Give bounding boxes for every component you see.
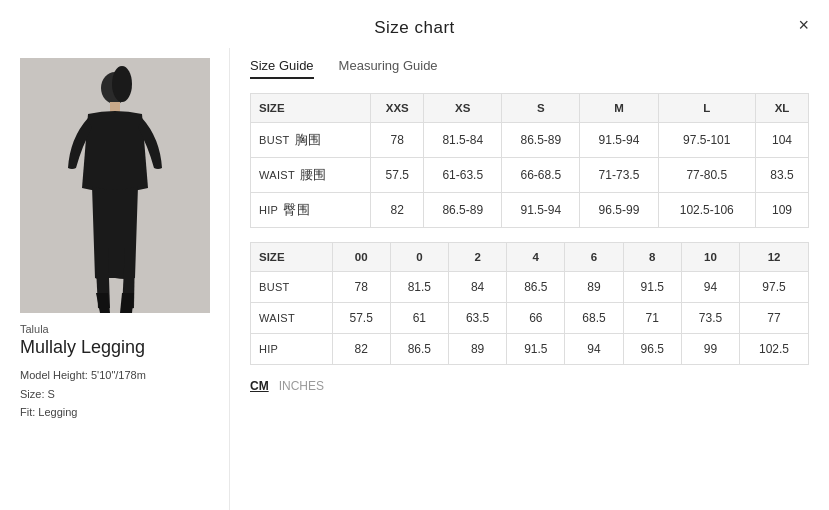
cell: 81.5-84 [424, 123, 502, 158]
cell: 97.5-101 [658, 123, 756, 158]
cell: 86.5-89 [502, 123, 580, 158]
col-2: 2 [448, 243, 506, 272]
cell: 91.5 [507, 334, 565, 365]
col-0: 0 [390, 243, 448, 272]
cell: 97.5 [740, 272, 809, 303]
cell: 91.5-94 [502, 193, 580, 228]
cell: 91.5-94 [580, 123, 658, 158]
svg-point-2 [112, 66, 132, 102]
cell: 102.5 [740, 334, 809, 365]
table-row: HIP 臀围 82 86.5-89 91.5-94 96.5-99 102.5-… [251, 193, 809, 228]
cell: 102.5-106 [658, 193, 756, 228]
col-12: 12 [740, 243, 809, 272]
table-row: WAIST 腰围 57.5 61-63.5 66-68.5 71-73.5 77… [251, 158, 809, 193]
modal-title: Size chart [374, 18, 455, 37]
col-m: M [580, 94, 658, 123]
cell: 81.5 [390, 272, 448, 303]
col-l: L [658, 94, 756, 123]
table-row: BUST 78 81.5 84 86.5 89 91.5 94 97.5 [251, 272, 809, 303]
cell: 109 [756, 193, 809, 228]
table-row: BUST 胸围 78 81.5-84 86.5-89 91.5-94 97.5-… [251, 123, 809, 158]
tab-size-guide[interactable]: Size Guide [250, 58, 314, 79]
cell: 96.5-99 [580, 193, 658, 228]
cell: 57.5 [332, 303, 390, 334]
cell: 71-73.5 [580, 158, 658, 193]
cell: 84 [448, 272, 506, 303]
cell: 78 [332, 272, 390, 303]
right-panel: Size Guide Measuring Guide SIZE XXS XS S… [230, 48, 829, 510]
row-label: HIP [251, 334, 333, 365]
close-button[interactable]: × [798, 16, 809, 34]
col-s: S [502, 94, 580, 123]
cell: 68.5 [565, 303, 623, 334]
cell: 71 [623, 303, 681, 334]
cell: 82 [371, 193, 424, 228]
cell: 77-80.5 [658, 158, 756, 193]
cell: 73.5 [681, 303, 739, 334]
cell: 63.5 [448, 303, 506, 334]
col-00: 00 [332, 243, 390, 272]
cell: 77 [740, 303, 809, 334]
product-brand: Talula [20, 323, 214, 335]
unit-toggle: CM INCHES [250, 379, 809, 393]
row-label: WAIST [251, 303, 333, 334]
cell: 91.5 [623, 272, 681, 303]
col-6: 6 [565, 243, 623, 272]
cell: 57.5 [371, 158, 424, 193]
row-label: BUST 胸围 [251, 123, 371, 158]
col-10: 10 [681, 243, 739, 272]
product-name: Mullaly Legging [20, 337, 214, 358]
cell: 86.5 [507, 272, 565, 303]
col-size: SIZE [251, 94, 371, 123]
product-fit: Fit: Legging [20, 403, 214, 422]
col-xs: XS [424, 94, 502, 123]
inches-button[interactable]: INCHES [279, 379, 324, 393]
cell: 61-63.5 [424, 158, 502, 193]
cell: 86.5 [390, 334, 448, 365]
size-chart-modal: Size chart × [0, 0, 829, 510]
table-row: WAIST 57.5 61 63.5 66 68.5 71 73.5 77 [251, 303, 809, 334]
modal-body: Talula Mullaly Legging Model Height: 5'1… [0, 48, 829, 510]
product-image [20, 58, 210, 313]
cell: 96.5 [623, 334, 681, 365]
product-details: Model Height: 5'10"/178m Size: S Fit: Le… [20, 366, 214, 422]
cell: 61 [390, 303, 448, 334]
row-label: WAIST 腰围 [251, 158, 371, 193]
product-size: Size: S [20, 385, 214, 404]
modal-header: Size chart × [0, 0, 829, 48]
cell: 78 [371, 123, 424, 158]
cell: 82 [332, 334, 390, 365]
tab-measuring-guide[interactable]: Measuring Guide [339, 58, 438, 79]
col-4: 4 [507, 243, 565, 272]
cell: 66 [507, 303, 565, 334]
table-row: HIP 82 86.5 89 91.5 94 96.5 99 102.5 [251, 334, 809, 365]
col-xxs: XXS [371, 94, 424, 123]
size-table-1: SIZE XXS XS S M L XL BUST 胸围 [250, 93, 809, 228]
cell: 83.5 [756, 158, 809, 193]
size-table-2: SIZE 00 0 2 4 6 8 10 12 BUST 78 [250, 242, 809, 365]
cell: 89 [565, 272, 623, 303]
left-panel: Talula Mullaly Legging Model Height: 5'1… [0, 48, 230, 510]
cell: 104 [756, 123, 809, 158]
cell: 89 [448, 334, 506, 365]
cm-button[interactable]: CM [250, 379, 269, 393]
cell: 99 [681, 334, 739, 365]
row-label: BUST [251, 272, 333, 303]
model-height: Model Height: 5'10"/178m [20, 366, 214, 385]
row-label: HIP 臀围 [251, 193, 371, 228]
cell: 94 [681, 272, 739, 303]
tab-bar: Size Guide Measuring Guide [250, 58, 809, 79]
col-size: SIZE [251, 243, 333, 272]
cell: 94 [565, 334, 623, 365]
col-8: 8 [623, 243, 681, 272]
cell: 86.5-89 [424, 193, 502, 228]
col-xl: XL [756, 94, 809, 123]
cell: 66-68.5 [502, 158, 580, 193]
